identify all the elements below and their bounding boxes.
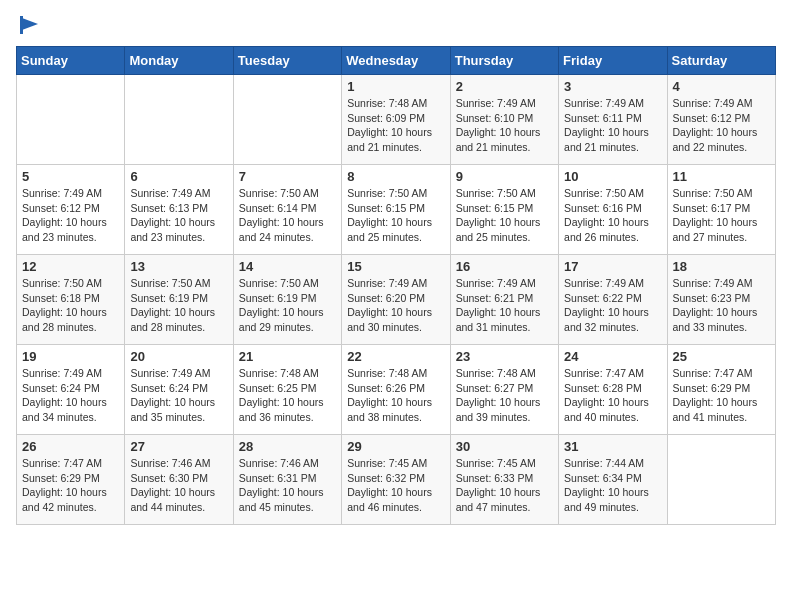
cell-content: Sunrise: 7:49 AMSunset: 6:21 PMDaylight:…: [456, 276, 553, 335]
cell-text-line: Daylight: 10 hours: [22, 305, 119, 320]
cell-text-line: Daylight: 10 hours: [564, 125, 661, 140]
day-header-saturday: Saturday: [667, 47, 775, 75]
cell-content: Sunrise: 7:46 AMSunset: 6:31 PMDaylight:…: [239, 456, 336, 515]
cell-content: Sunrise: 7:45 AMSunset: 6:32 PMDaylight:…: [347, 456, 444, 515]
calendar-cell: 20Sunrise: 7:49 AMSunset: 6:24 PMDayligh…: [125, 345, 233, 435]
cell-text-line: Sunset: 6:28 PM: [564, 381, 661, 396]
svg-marker-0: [22, 18, 38, 30]
calendar-cell: 25Sunrise: 7:47 AMSunset: 6:29 PMDayligh…: [667, 345, 775, 435]
calendar-cell: 23Sunrise: 7:48 AMSunset: 6:27 PMDayligh…: [450, 345, 558, 435]
calendar-cell: 1Sunrise: 7:48 AMSunset: 6:09 PMDaylight…: [342, 75, 450, 165]
cell-content: Sunrise: 7:50 AMSunset: 6:16 PMDaylight:…: [564, 186, 661, 245]
calendar-cell: 21Sunrise: 7:48 AMSunset: 6:25 PMDayligh…: [233, 345, 341, 435]
cell-text-line: Daylight: 10 hours: [673, 395, 770, 410]
cell-text-line: Sunset: 6:20 PM: [347, 291, 444, 306]
day-number: 28: [239, 439, 336, 454]
day-number: 11: [673, 169, 770, 184]
cell-text-line: and 28 minutes.: [22, 320, 119, 335]
cell-content: Sunrise: 7:50 AMSunset: 6:15 PMDaylight:…: [347, 186, 444, 245]
cell-text-line: Daylight: 10 hours: [347, 395, 444, 410]
cell-text-line: and 36 minutes.: [239, 410, 336, 425]
cell-text-line: and 22 minutes.: [673, 140, 770, 155]
day-number: 26: [22, 439, 119, 454]
calendar-cell: 30Sunrise: 7:45 AMSunset: 6:33 PMDayligh…: [450, 435, 558, 525]
cell-text-line: Sunrise: 7:50 AM: [564, 186, 661, 201]
cell-content: Sunrise: 7:49 AMSunset: 6:11 PMDaylight:…: [564, 96, 661, 155]
cell-text-line: Sunset: 6:13 PM: [130, 201, 227, 216]
calendar-cell: 8Sunrise: 7:50 AMSunset: 6:15 PMDaylight…: [342, 165, 450, 255]
day-number: 19: [22, 349, 119, 364]
calendar-cell: 3Sunrise: 7:49 AMSunset: 6:11 PMDaylight…: [559, 75, 667, 165]
cell-text-line: Daylight: 10 hours: [347, 215, 444, 230]
cell-text-line: Sunset: 6:21 PM: [456, 291, 553, 306]
cell-text-line: Sunrise: 7:49 AM: [564, 96, 661, 111]
cell-text-line: Sunrise: 7:50 AM: [239, 186, 336, 201]
header-row: SundayMondayTuesdayWednesdayThursdayFrid…: [17, 47, 776, 75]
week-row-3: 12Sunrise: 7:50 AMSunset: 6:18 PMDayligh…: [17, 255, 776, 345]
calendar-cell: 22Sunrise: 7:48 AMSunset: 6:26 PMDayligh…: [342, 345, 450, 435]
cell-text-line: and 33 minutes.: [673, 320, 770, 335]
calendar-cell: 9Sunrise: 7:50 AMSunset: 6:15 PMDaylight…: [450, 165, 558, 255]
cell-text-line: Sunrise: 7:49 AM: [673, 96, 770, 111]
day-number: 16: [456, 259, 553, 274]
cell-text-line: Sunset: 6:11 PM: [564, 111, 661, 126]
cell-content: Sunrise: 7:50 AMSunset: 6:14 PMDaylight:…: [239, 186, 336, 245]
cell-text-line: Sunset: 6:17 PM: [673, 201, 770, 216]
cell-text-line: Daylight: 10 hours: [564, 215, 661, 230]
calendar-cell: 4Sunrise: 7:49 AMSunset: 6:12 PMDaylight…: [667, 75, 775, 165]
cell-text-line: Daylight: 10 hours: [239, 215, 336, 230]
cell-text-line: Sunset: 6:15 PM: [347, 201, 444, 216]
calendar-cell: [667, 435, 775, 525]
cell-text-line: and 34 minutes.: [22, 410, 119, 425]
cell-text-line: Sunrise: 7:50 AM: [130, 276, 227, 291]
logo-flag-icon: [18, 16, 40, 34]
calendar-cell: 7Sunrise: 7:50 AMSunset: 6:14 PMDaylight…: [233, 165, 341, 255]
day-number: 4: [673, 79, 770, 94]
day-number: 9: [456, 169, 553, 184]
cell-text-line: Sunrise: 7:49 AM: [347, 276, 444, 291]
cell-text-line: Sunset: 6:24 PM: [22, 381, 119, 396]
cell-text-line: Sunset: 6:10 PM: [456, 111, 553, 126]
calendar-cell: 15Sunrise: 7:49 AMSunset: 6:20 PMDayligh…: [342, 255, 450, 345]
cell-text-line: Sunrise: 7:49 AM: [130, 366, 227, 381]
calendar-cell: 28Sunrise: 7:46 AMSunset: 6:31 PMDayligh…: [233, 435, 341, 525]
cell-content: Sunrise: 7:47 AMSunset: 6:29 PMDaylight:…: [22, 456, 119, 515]
cell-text-line: Sunset: 6:32 PM: [347, 471, 444, 486]
cell-text-line: and 25 minutes.: [456, 230, 553, 245]
cell-text-line: Daylight: 10 hours: [456, 485, 553, 500]
day-number: 17: [564, 259, 661, 274]
calendar-cell: 24Sunrise: 7:47 AMSunset: 6:28 PMDayligh…: [559, 345, 667, 435]
cell-text-line: Daylight: 10 hours: [673, 215, 770, 230]
cell-content: Sunrise: 7:49 AMSunset: 6:20 PMDaylight:…: [347, 276, 444, 335]
cell-text-line: Sunrise: 7:47 AM: [22, 456, 119, 471]
cell-content: Sunrise: 7:50 AMSunset: 6:19 PMDaylight:…: [130, 276, 227, 335]
day-number: 22: [347, 349, 444, 364]
cell-text-line: Daylight: 10 hours: [130, 305, 227, 320]
day-number: 31: [564, 439, 661, 454]
cell-text-line: Sunrise: 7:49 AM: [130, 186, 227, 201]
cell-content: Sunrise: 7:48 AMSunset: 6:27 PMDaylight:…: [456, 366, 553, 425]
cell-text-line: and 31 minutes.: [456, 320, 553, 335]
cell-text-line: Daylight: 10 hours: [564, 485, 661, 500]
cell-content: Sunrise: 7:49 AMSunset: 6:13 PMDaylight:…: [130, 186, 227, 245]
cell-text-line: Daylight: 10 hours: [347, 485, 444, 500]
cell-content: Sunrise: 7:50 AMSunset: 6:18 PMDaylight:…: [22, 276, 119, 335]
cell-text-line: Daylight: 10 hours: [130, 395, 227, 410]
cell-text-line: Sunrise: 7:49 AM: [22, 366, 119, 381]
cell-content: Sunrise: 7:45 AMSunset: 6:33 PMDaylight:…: [456, 456, 553, 515]
calendar-cell: 29Sunrise: 7:45 AMSunset: 6:32 PMDayligh…: [342, 435, 450, 525]
cell-text-line: Sunrise: 7:50 AM: [456, 186, 553, 201]
cell-content: Sunrise: 7:44 AMSunset: 6:34 PMDaylight:…: [564, 456, 661, 515]
cell-text-line: Sunrise: 7:46 AM: [239, 456, 336, 471]
cell-text-line: and 23 minutes.: [130, 230, 227, 245]
cell-text-line: Sunrise: 7:49 AM: [456, 276, 553, 291]
cell-text-line: Sunset: 6:12 PM: [22, 201, 119, 216]
calendar-cell: 31Sunrise: 7:44 AMSunset: 6:34 PMDayligh…: [559, 435, 667, 525]
cell-content: Sunrise: 7:49 AMSunset: 6:10 PMDaylight:…: [456, 96, 553, 155]
day-number: 10: [564, 169, 661, 184]
cell-content: Sunrise: 7:50 AMSunset: 6:15 PMDaylight:…: [456, 186, 553, 245]
cell-text-line: and 26 minutes.: [564, 230, 661, 245]
cell-text-line: Sunset: 6:23 PM: [673, 291, 770, 306]
cell-text-line: Daylight: 10 hours: [22, 485, 119, 500]
cell-content: Sunrise: 7:48 AMSunset: 6:09 PMDaylight:…: [347, 96, 444, 155]
